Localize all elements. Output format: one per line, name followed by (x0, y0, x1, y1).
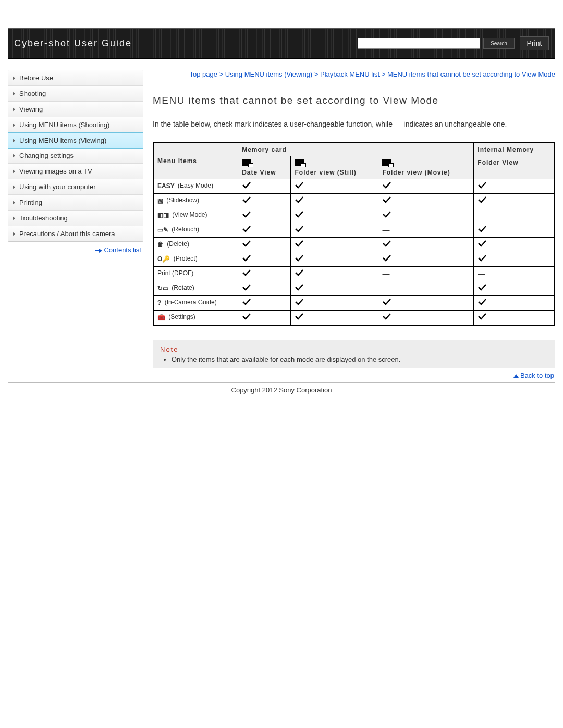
check-icon (295, 298, 304, 305)
sidebar-item-label: Troubleshooting (19, 214, 68, 222)
sidebar-item-label: Changing settings (19, 152, 74, 159)
check-icon (295, 313, 304, 320)
compat-cell (238, 208, 291, 223)
arrow-right-icon (99, 249, 102, 253)
th-folder-view: Folder View (474, 156, 555, 179)
compat-cell (291, 281, 378, 296)
header-bar: Cyber-shot User Guide Search Print (8, 28, 555, 59)
compat-cell (291, 267, 378, 281)
main-content: Top page > Using MENU items (Viewing) > … (143, 70, 555, 381)
sidebar-item-0[interactable]: Before Use (8, 70, 143, 86)
chevron-right-icon (13, 154, 15, 158)
sidebar-item-label: Precautions / About this camera (19, 230, 115, 238)
sidebar-item-6[interactable]: Viewing images on a TV (8, 164, 143, 179)
compat-cell (474, 296, 555, 311)
sidebar-item-9[interactable]: Troubleshooting (8, 211, 143, 226)
sidebar-item-1[interactable]: Shooting (8, 86, 143, 102)
menu-item-label: Print (DPOF) (153, 267, 238, 281)
dash-icon: — (478, 211, 485, 219)
sidebar-item-5[interactable]: Changing settings (8, 148, 143, 164)
check-icon (382, 313, 391, 320)
compat-cell (378, 296, 474, 311)
search-button[interactable]: Search (483, 38, 515, 49)
sidebar-item-10[interactable]: Precautions / About this camera (8, 226, 143, 241)
contents-list-link[interactable]: Contents list (104, 246, 141, 254)
check-icon (478, 181, 487, 189)
dash-icon: — (478, 269, 485, 278)
app-title: Cyber-shot User Guide (14, 38, 358, 49)
sidebar-item-label: Using MENU items (Shooting) (19, 121, 109, 129)
breadcrumb-link-3[interactable]: MENU items that cannot be set according … (387, 70, 555, 78)
compat-cell (238, 311, 291, 326)
check-icon (242, 181, 251, 189)
delete-icon: 🗑 (157, 241, 164, 248)
breadcrumb-link-0[interactable]: Top page (189, 70, 217, 78)
table-row: O🔑 (Protect) (153, 252, 555, 267)
table-row: ◧◨ (View Mode)— (153, 208, 555, 223)
chevron-right-icon (13, 139, 15, 143)
slideshow-icon: ▧ (157, 197, 163, 204)
breadcrumb-link-2[interactable]: Playback MENU list (320, 70, 380, 78)
check-icon (242, 254, 251, 262)
copyright: Copyright 2012 Sony Corporation (8, 382, 555, 394)
viewmode-icon: ◧◨ (157, 212, 169, 219)
compat-cell (291, 208, 378, 223)
check-icon (295, 211, 304, 218)
check-icon (478, 313, 487, 320)
check-icon (242, 269, 251, 276)
sidebar-item-7[interactable]: Using with your computer (8, 179, 143, 195)
compat-cell: — (474, 267, 555, 281)
compat-cell (474, 179, 555, 194)
compat-cell (378, 252, 474, 267)
easy-icon: EASY (157, 182, 175, 190)
intro-text: In the table below, check mark indicates… (153, 119, 555, 130)
compat-cell: — (378, 281, 474, 296)
chevron-right-icon (13, 76, 15, 80)
compat-cell (238, 194, 291, 208)
table-row: EASY (Easy Mode) (153, 179, 555, 194)
compatibility-table: Menu items Memory card Internal Memory D… (153, 142, 555, 326)
dash-icon: — (382, 226, 389, 234)
compat-cell: — (378, 223, 474, 238)
search-input[interactable] (358, 38, 480, 49)
compat-cell (378, 179, 474, 194)
sidebar-item-4[interactable]: Using MENU items (Viewing) (8, 132, 143, 149)
table-row: ▭✎ (Retouch)— (153, 223, 555, 238)
menu-item-label: 🧰 (Settings) (153, 311, 238, 326)
compat-cell (238, 252, 291, 267)
compat-cell (238, 267, 291, 281)
check-icon (295, 283, 304, 291)
compat-cell: — (474, 208, 555, 223)
sidebar-item-3[interactable]: Using MENU items (Shooting) (8, 117, 143, 133)
compat-cell (474, 252, 555, 267)
compat-cell (378, 194, 474, 208)
sidebar-item-8[interactable]: Printing (8, 195, 143, 211)
th-memory-card: Memory card (238, 143, 474, 156)
chevron-right-icon (13, 169, 15, 174)
breadcrumb-link-1[interactable]: Using MENU items (Viewing) (225, 70, 312, 78)
retouch-icon: ▭✎ (157, 226, 168, 233)
note-title: Note (160, 346, 548, 353)
check-icon (295, 240, 304, 247)
th-folder-movie: Folder view (Movie) (378, 156, 474, 179)
compat-cell (291, 179, 378, 194)
sidebar-nav: Before UseShootingViewingUsing MENU item… (8, 70, 143, 242)
dash-icon: — (382, 284, 389, 292)
print-button[interactable]: Print (520, 36, 549, 50)
check-icon (382, 181, 391, 189)
back-to-top-link[interactable]: Back to top (520, 372, 554, 379)
menu-item-label: ↻▭ (Rotate) (153, 281, 238, 296)
check-icon (382, 196, 391, 203)
table-row: 🗑 (Delete) (153, 238, 555, 252)
check-icon (478, 254, 487, 262)
menu-item-label: O🔑 (Protect) (153, 252, 238, 267)
check-icon (382, 211, 391, 218)
sidebar-item-2[interactable]: Viewing (8, 102, 143, 117)
compat-cell (291, 223, 378, 238)
check-icon (478, 225, 487, 232)
table-row: ▧ (Slideshow) (153, 194, 555, 208)
compat-cell (238, 179, 291, 194)
th-internal-memory: Internal Memory (474, 143, 555, 156)
rotate-icon: ↻▭ (157, 285, 168, 292)
chevron-right-icon (13, 216, 15, 220)
